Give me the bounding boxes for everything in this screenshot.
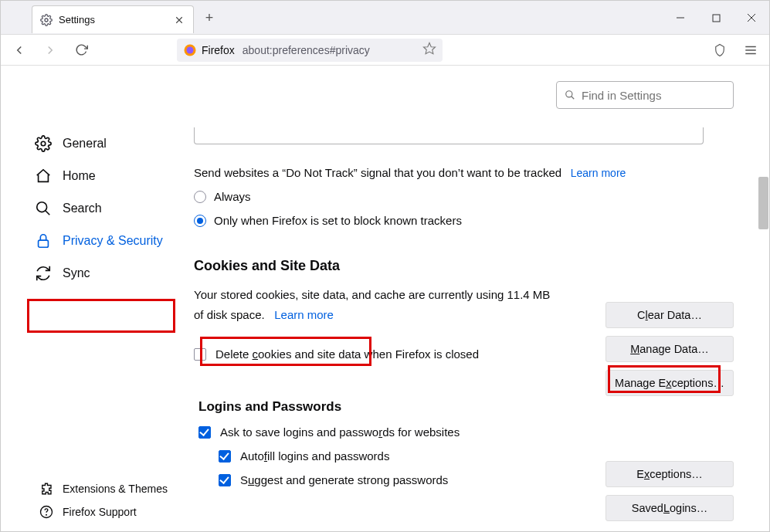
forward-button[interactable]: [38, 38, 63, 63]
saved-logins-button[interactable]: Saved Logins…: [605, 495, 734, 521]
radio-icon: [194, 215, 206, 227]
find-in-settings-input[interactable]: Find in Settings: [556, 81, 734, 109]
svg-point-3: [187, 46, 194, 53]
dnt-description: Send websites a “Do Not Track” signal th…: [194, 166, 561, 179]
manage-exceptions-button[interactable]: Manage Exceptions…: [605, 370, 734, 396]
reload-button[interactable]: [69, 38, 93, 63]
logins-heading: Logins and Passwords: [198, 399, 734, 415]
logins-buttons: Exceptions… Saved Logins…: [605, 461, 734, 521]
svg-rect-1: [713, 15, 720, 22]
home-icon: [35, 168, 52, 185]
gear-icon: [40, 14, 53, 26]
checkbox-label: Ask to save logins and passwords for web…: [220, 425, 460, 439]
checkbox-icon: [219, 450, 231, 463]
sidebar-item-support[interactable]: Firefox Support: [1, 500, 194, 524]
sidebar-label: Firefox Support: [63, 506, 137, 518]
help-icon: [39, 505, 53, 519]
maximize-button[interactable]: [698, 1, 734, 35]
app-menu-icon[interactable]: [738, 38, 763, 63]
url-identity-label: Firefox: [202, 44, 235, 56]
search-icon: [565, 90, 575, 100]
svg-point-0: [45, 19, 48, 22]
close-window-button[interactable]: [734, 1, 769, 35]
svg-point-5: [41, 141, 46, 146]
search-placeholder: Find in Settings: [582, 89, 661, 102]
logins-exceptions-button[interactable]: Exceptions…: [605, 461, 734, 487]
radio-label: Only when Firefox is set to block known …: [214, 214, 462, 227]
checkbox-label: Suggest and generate strong passwords: [240, 473, 448, 486]
browser-tab[interactable]: Settings: [32, 5, 194, 33]
sidebar-item-privacy-security[interactable]: Privacy & Security: [1, 225, 194, 257]
sidebar-item-search[interactable]: Search: [1, 192, 194, 225]
window-controls: [663, 1, 769, 35]
cookies-description: Your stored cookies, site data, and cach…: [194, 285, 557, 324]
sidebar-item-sync[interactable]: Sync: [1, 257, 194, 290]
sidebar-label: Home: [63, 169, 96, 183]
search-icon: [35, 200, 52, 217]
manage-data-button[interactable]: Manage Data…: [605, 336, 734, 362]
content: General Home Search Privacy & Security S…: [1, 66, 769, 532]
sync-icon: [35, 265, 52, 282]
firefox-icon: [183, 43, 197, 57]
dnt-learn-more-link[interactable]: Learn more: [571, 167, 626, 179]
sidebar-label: Sync: [63, 266, 90, 280]
sidebar-item-home[interactable]: Home: [1, 160, 194, 192]
url-text: about:preferences#privacy: [243, 44, 418, 56]
sidebar-label: Privacy & Security: [63, 234, 163, 248]
sidebar-footer: Extensions & Themes Firefox Support: [1, 477, 194, 524]
toolbar: Firefox about:preferences#privacy: [1, 35, 769, 66]
radio-icon: [194, 191, 206, 203]
dnt-always-radio[interactable]: Always: [194, 190, 704, 203]
checkbox-label: Delete cookies and site data when Firefo…: [215, 347, 479, 361]
close-icon[interactable]: [175, 15, 185, 25]
sidebar-label: General: [63, 137, 107, 151]
cookies-buttons: Clear Data… Manage Data… Manage Exceptio…: [605, 302, 734, 396]
sidebar-label: Extensions & Themes: [63, 483, 168, 495]
clear-data-button[interactable]: Clear Data…: [605, 302, 734, 328]
sidebar: General Home Search Privacy & Security S…: [1, 66, 194, 532]
sidebar-item-general[interactable]: General: [1, 127, 194, 160]
minimize-button[interactable]: [663, 1, 698, 35]
ask-save-logins-checkbox[interactable]: Ask to save logins and passwords for web…: [198, 425, 734, 439]
lock-icon: [35, 232, 52, 249]
cookies-heading: Cookies and Site Data: [194, 258, 734, 274]
title-bar: Settings +: [1, 1, 769, 35]
collapsed-panel: [194, 127, 704, 144]
gear-icon: [35, 135, 52, 152]
main-panel: Find in Settings Send websites a “Do Not…: [194, 66, 769, 532]
back-button[interactable]: [7, 38, 32, 63]
radio-label: Always: [214, 190, 251, 203]
cookies-learn-more-link[interactable]: Learn more: [274, 308, 334, 321]
url-bar[interactable]: Firefox about:preferences#privacy: [177, 39, 443, 62]
puzzle-icon: [39, 482, 53, 496]
pocket-icon[interactable]: [707, 38, 732, 63]
svg-marker-4: [423, 43, 435, 54]
bookmark-star-icon[interactable]: [422, 42, 436, 58]
svg-rect-7: [39, 240, 49, 247]
sidebar-item-extensions[interactable]: Extensions & Themes: [1, 477, 194, 500]
dnt-section: Send websites a “Do Not Track” signal th…: [194, 166, 704, 227]
checkbox-icon: [198, 426, 211, 439]
scrollbar-thumb[interactable]: [758, 177, 768, 229]
new-tab-button[interactable]: +: [202, 10, 217, 25]
checkbox-icon: [219, 474, 231, 486]
tab-title: Settings: [59, 14, 168, 25]
svg-point-9: [46, 514, 47, 515]
checkbox-icon: [194, 348, 206, 361]
svg-point-10: [566, 91, 572, 97]
dnt-only-blocked-radio[interactable]: Only when Firefox is set to block known …: [194, 214, 704, 227]
svg-point-6: [37, 202, 47, 212]
sidebar-label: Search: [63, 202, 102, 215]
checkbox-label: Autofill logins and passwords: [240, 449, 389, 463]
